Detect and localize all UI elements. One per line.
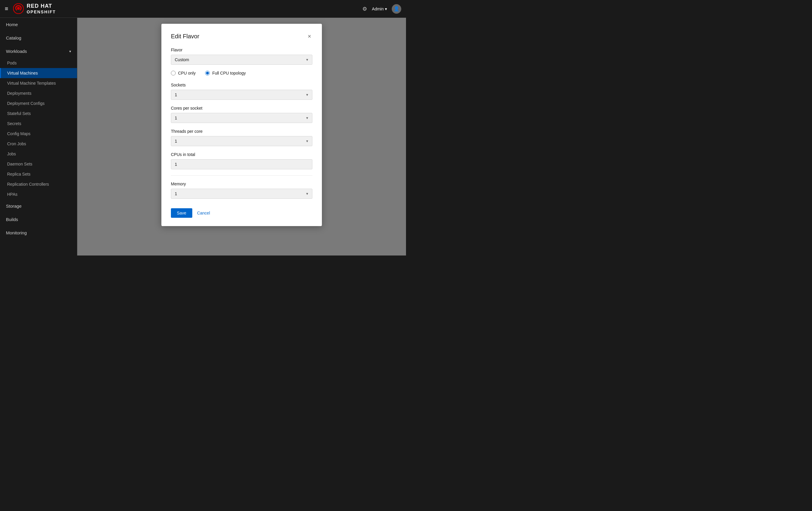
- sidebar-item-builds[interactable]: Builds: [0, 213, 77, 226]
- gear-icon[interactable]: ⚙: [362, 6, 367, 12]
- sidebar-item-config-maps[interactable]: Config Maps: [0, 129, 77, 139]
- sidebar-item-jobs[interactable]: Jobs: [0, 149, 77, 159]
- sidebar-item-replica-sets[interactable]: Replica Sets: [0, 169, 77, 179]
- flavor-group: Flavor Custom Small Medium Large: [171, 48, 312, 65]
- sidebar-section-monitoring: Monitoring: [0, 226, 77, 239]
- full-cpu-radio-item[interactable]: Full CPU topology: [205, 71, 246, 76]
- sidebar-section-workloads: Workloads ▾ Pods Virtual Machines Virtua…: [0, 44, 77, 199]
- sidebar-item-cron-jobs[interactable]: Cron Jobs: [0, 139, 77, 149]
- avatar-icon: 👤: [394, 6, 400, 11]
- threads-select[interactable]: 1 2 4: [171, 136, 312, 146]
- full-cpu-label: Full CPU topology: [212, 71, 246, 76]
- sidebar-item-storage[interactable]: Storage: [0, 199, 77, 213]
- cpu-only-label: CPU only: [178, 71, 196, 76]
- top-nav: ≡ RED HAT OPENSHIFT ⚙ Admin ▾ 👤: [0, 0, 406, 18]
- modal-title: Edit Flavor: [171, 33, 199, 40]
- sidebar-section-builds: Builds: [0, 213, 77, 226]
- threads-label: Threads per core: [171, 129, 312, 134]
- sidebar: Home Catalog Workloads ▾ Pods Virtual Ma…: [0, 18, 77, 256]
- cancel-button[interactable]: Cancel: [196, 208, 211, 218]
- cpu-only-radio[interactable]: [171, 71, 176, 76]
- cores-select[interactable]: 1 2 4 8: [171, 113, 312, 123]
- modal-footer: Save Cancel: [171, 206, 312, 218]
- form-divider: [171, 175, 312, 176]
- sidebar-item-monitoring[interactable]: Monitoring: [0, 226, 77, 239]
- memory-select-wrapper: 1 2 4 8 16: [171, 189, 312, 199]
- main-layout: Home Catalog Workloads ▾ Pods Virtual Ma…: [0, 18, 406, 256]
- cores-group: Cores per socket 1 2 4 8: [171, 106, 312, 123]
- user-menu[interactable]: Admin ▾: [372, 6, 387, 11]
- sidebar-item-stateful-sets[interactable]: Stateful Sets: [0, 109, 77, 119]
- cpus-total-input: 1: [171, 159, 312, 169]
- sockets-label: Sockets: [171, 83, 312, 87]
- avatar[interactable]: 👤: [392, 4, 401, 14]
- sidebar-group-workloads[interactable]: Workloads ▾: [0, 44, 77, 58]
- close-button[interactable]: ×: [307, 32, 312, 40]
- sidebar-item-catalog[interactable]: Catalog: [0, 31, 77, 44]
- sidebar-item-pods[interactable]: Pods: [0, 58, 77, 68]
- save-button[interactable]: Save: [171, 208, 192, 218]
- workloads-arrow: ▾: [69, 49, 71, 54]
- content-area: Edit Flavor × Flavor Custom Small Medium…: [77, 18, 406, 256]
- sidebar-item-secrets[interactable]: Secrets: [0, 119, 77, 129]
- memory-group: Memory 1 2 4 8 16: [171, 182, 312, 199]
- sockets-select-wrapper: 1 2 4 8: [171, 90, 312, 100]
- flavor-select[interactable]: Custom Small Medium Large: [171, 55, 312, 65]
- sidebar-item-hpas[interactable]: HPAs: [0, 189, 77, 199]
- modal-overlay[interactable]: Edit Flavor × Flavor Custom Small Medium…: [77, 18, 406, 256]
- flavor-label: Flavor: [171, 48, 312, 52]
- sidebar-section-storage: Storage: [0, 199, 77, 213]
- sidebar-item-replication-controllers[interactable]: Replication Controllers: [0, 179, 77, 189]
- full-cpu-radio[interactable]: [205, 71, 210, 76]
- sockets-select[interactable]: 1 2 4 8: [171, 90, 312, 100]
- sidebar-item-deployments[interactable]: Deployments: [0, 88, 77, 98]
- sidebar-item-daemon-sets[interactable]: Daemon Sets: [0, 159, 77, 169]
- cpu-topology-radio-group: CPU only Full CPU topology: [171, 71, 312, 76]
- threads-group: Threads per core 1 2 4: [171, 129, 312, 146]
- sockets-group: Sockets 1 2 4 8: [171, 83, 312, 100]
- sidebar-item-deployment-configs[interactable]: Deployment Configs: [0, 98, 77, 109]
- cpu-only-radio-item[interactable]: CPU only: [171, 71, 196, 76]
- sidebar-item-virtual-machines[interactable]: Virtual Machines: [0, 68, 77, 78]
- sidebar-section-top: Home Catalog: [0, 18, 77, 44]
- flavor-select-wrapper: Custom Small Medium Large: [171, 55, 312, 65]
- memory-label: Memory: [171, 182, 312, 186]
- sidebar-item-vm-templates[interactable]: Virtual Machine Templates: [0, 78, 77, 88]
- cores-label: Cores per socket: [171, 106, 312, 111]
- openshift-logo-icon: [13, 3, 24, 14]
- modal-header: Edit Flavor ×: [171, 32, 312, 40]
- hamburger-menu[interactable]: ≡: [5, 5, 8, 12]
- logo-text: RED HAT OPENSHIFT: [27, 3, 56, 14]
- memory-select[interactable]: 1 2 4 8 16: [171, 189, 312, 199]
- threads-select-wrapper: 1 2 4: [171, 136, 312, 146]
- sidebar-item-home[interactable]: Home: [0, 18, 77, 31]
- logo-area: RED HAT OPENSHIFT: [13, 3, 56, 14]
- cpus-total-group: CPUs in total 1: [171, 152, 312, 169]
- nav-right: ⚙ Admin ▾ 👤: [362, 4, 401, 14]
- cpus-total-label: CPUs in total: [171, 152, 312, 157]
- edit-flavor-modal: Edit Flavor × Flavor Custom Small Medium…: [162, 24, 322, 226]
- cores-select-wrapper: 1 2 4 8: [171, 113, 312, 123]
